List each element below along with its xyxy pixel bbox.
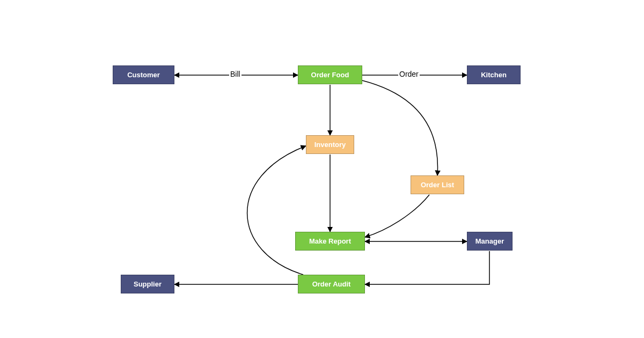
node-label: Order Food	[311, 71, 349, 79]
node-label: Manager	[475, 237, 504, 245]
node-label: Order List	[421, 181, 454, 189]
node-kitchen[interactable]: Kitchen	[467, 65, 521, 84]
node-label: Kitchen	[481, 71, 507, 79]
node-customer[interactable]: Customer	[113, 65, 174, 84]
node-label: Order Audit	[312, 280, 351, 288]
node-order-list[interactable]: Order List	[411, 175, 464, 194]
edge-label-bill: Bill	[229, 70, 241, 78]
node-label: Make Report	[309, 237, 351, 245]
node-inventory[interactable]: Inventory	[306, 135, 354, 154]
node-label: Inventory	[314, 141, 346, 149]
node-order-food[interactable]: Order Food	[298, 65, 362, 84]
node-label: Customer	[127, 71, 160, 79]
node-order-audit[interactable]: Order Audit	[298, 275, 365, 293]
node-label: Supplier	[134, 280, 162, 288]
edge-label-order: Order	[398, 70, 420, 78]
node-supplier[interactable]: Supplier	[121, 275, 174, 293]
node-make-report[interactable]: Make Report	[295, 232, 365, 251]
node-manager[interactable]: Manager	[467, 232, 513, 251]
